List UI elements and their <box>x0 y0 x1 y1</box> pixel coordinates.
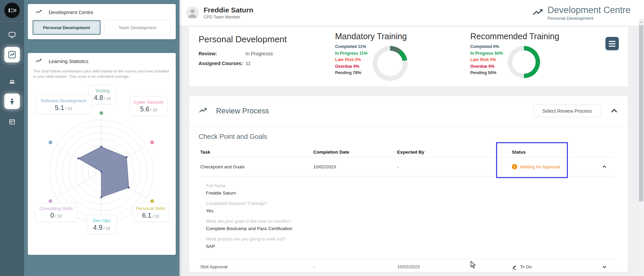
rail-divider <box>0 21 24 21</box>
trending-up-icon <box>35 8 42 16</box>
detail-pair: What projects are you going to seek out?… <box>206 236 614 249</box>
recommended-training-block: Recommended Training Completed 0%In Prog… <box>470 32 559 78</box>
hamburger-menu-button[interactable] <box>605 37 619 50</box>
checkpoint-and-goals-subtitle: Check Point and Goals <box>199 133 628 141</box>
overview-title: Personal Development <box>199 34 287 45</box>
mandatory-training-title: Mandatory Training <box>335 32 408 41</box>
assigned-courses-value: 11 <box>246 61 251 66</box>
table-row-checkpoint-and-goals[interactable]: Checkpoint and Goals 10/02/2023 - i Wait… <box>200 157 614 176</box>
col-completion-date: Completion Date <box>313 150 397 155</box>
detail-answer: Yes <box>206 208 614 213</box>
team-icon[interactable] <box>5 74 19 89</box>
row-expand-chevron-down-icon[interactable] <box>594 264 614 270</box>
tab-team-development[interactable]: Team Development <box>104 20 171 35</box>
trending-up-icon <box>532 6 543 19</box>
user-block: Freddie Saturn CPD Team Member <box>186 6 253 19</box>
pencil-icon <box>512 264 517 270</box>
skill-value: 0 <box>50 212 54 219</box>
dev-centre-card-title: Development Centre <box>49 10 93 15</box>
cell-expected-by: 10/02/2023 <box>397 264 512 269</box>
icon-rail <box>0 0 24 276</box>
presentation-icon[interactable] <box>5 27 19 42</box>
detail-answer: SAP <box>206 244 614 249</box>
cell-completion-date: 10/02/2023 <box>313 164 397 169</box>
training-legend-item: Overdue 0% <box>470 63 506 70</box>
status-text: Waiting for Approval <box>520 164 560 169</box>
user-name: Freddie Saturn <box>204 6 253 14</box>
checkpoint-details: Full Name Freddie Saturn Completed Requi… <box>200 176 614 259</box>
detail-pair: What are your goals in the next six mont… <box>206 219 614 231</box>
review-value: In Progresss <box>246 51 273 56</box>
info-icon: i <box>512 164 517 169</box>
tab-personal-development[interactable]: Personal Development <box>33 20 101 35</box>
learning-statistics-card: Learning Statistics The chart below summ… <box>28 53 176 255</box>
side-panel: Development Centre Personal Development … <box>24 0 179 276</box>
recommended-training-legend: Completed 0%In Progress 50%Late Risk 0%O… <box>470 44 506 78</box>
personal-development-overview-card: Personal Development Review: In Progress… <box>189 26 628 87</box>
row-collapse-chevron-up-icon[interactable] <box>594 164 614 170</box>
rail-divider <box>0 67 24 67</box>
brand-block: Development Centre Personal Development <box>532 5 631 21</box>
cell-expected-by: - <box>397 164 512 169</box>
scrollbar-thumb[interactable] <box>639 25 643 201</box>
cell-completion-date: - <box>313 264 397 269</box>
status-text: To Do <box>520 264 532 269</box>
review-process-card: Review Process Select Review Process Che… <box>189 96 628 272</box>
radar-label-cyber-security: Cyber Security 5.6/ 10 <box>130 96 167 116</box>
skill-name: Software Development <box>37 98 90 103</box>
development-centre-card: Development Centre Personal Development … <box>28 4 176 39</box>
skill-name: Testing <box>90 88 115 93</box>
col-status: Status <box>512 150 594 155</box>
app-logo-icon[interactable] <box>4 3 20 18</box>
review-process-table: Task Completion Date Expected By Status … <box>200 147 614 272</box>
training-legend-item: In Progress 50% <box>470 50 506 57</box>
donut-hole <box>377 51 403 76</box>
avatar <box>186 6 199 19</box>
page: Development Centre Personal Development … <box>0 0 644 276</box>
radar-label-personal-skills: Personal Skills 6.1/ 10 <box>133 203 168 222</box>
calendar-icon[interactable] <box>5 114 19 129</box>
select-review-process-button[interactable]: Select Review Process <box>533 105 601 117</box>
overview-fields: Review: In Progresss Assigned Courses: 1… <box>199 51 273 70</box>
training-legend-item: Late Risk 0% <box>470 57 506 63</box>
main-header: Freddie Saturn CPD Team Member Developme… <box>179 0 644 25</box>
app-subtitle: Personal Development <box>547 16 631 21</box>
status-badge: i Waiting for Approval <box>512 164 594 169</box>
cell-task: Skill Approval <box>200 264 313 269</box>
learning-statistics-description: The chart below summarizes your skills b… <box>33 68 171 79</box>
trending-up-icon <box>35 57 42 65</box>
radar-label-testing: Testing 4.8/ 10 <box>88 85 116 104</box>
mandatory-training-donut-chart <box>373 46 408 81</box>
donut-hole <box>512 50 536 74</box>
main-area: Freddie Saturn CPD Team Member Developme… <box>179 0 644 276</box>
skill-value: 5.6 <box>140 105 150 113</box>
skill-value: 4.9 <box>93 224 103 231</box>
detail-question: Completed Required Trainings? <box>206 201 614 206</box>
detail-question: What are your goals in the next six mont… <box>206 219 614 224</box>
collapse-section-chevron-up-icon[interactable] <box>610 107 619 115</box>
assigned-courses-label: Assigned Courses: <box>199 61 246 66</box>
status-badge: To Do <box>512 264 594 270</box>
review-label: Review: <box>199 51 246 56</box>
vertical-scrollbar[interactable]: ▲ <box>638 19 644 276</box>
training-legend-item: Overdue 0% <box>335 63 371 70</box>
training-legend-item: Pending 78% <box>335 70 371 76</box>
col-expected-by: Expected By <box>397 150 512 155</box>
review-process-header: Review Process Select Review Process <box>189 96 628 126</box>
skill-name: Cyber Security <box>131 100 166 105</box>
person-icon[interactable] <box>4 94 20 109</box>
skill-value: 4.8 <box>94 94 103 101</box>
training-legend-item: Completed 0% <box>470 44 506 50</box>
mandatory-training-legend: Completed 11%In Progress 11%Late Risk 0%… <box>335 44 371 81</box>
detail-question: What projects are you going to seek out? <box>206 236 614 241</box>
app-title: Development Centre <box>547 5 631 15</box>
development-centre-icon[interactable] <box>4 47 20 62</box>
table-row-skill-approval[interactable]: Skill Approval - 10/02/2023 To Do <box>200 259 614 272</box>
cell-task: Checkpoint and Goals <box>200 164 313 169</box>
user-role: CPD Team Member <box>204 15 253 19</box>
training-legend-item: Late Risk 0% <box>335 57 371 63</box>
scrollbar-up-arrow[interactable]: ▲ <box>638 19 644 24</box>
mandatory-training-block: Mandatory Training Completed 11%In Progr… <box>335 32 408 81</box>
skills-radar-chart: Testing 4.8/ 10 Cyber Security 5.6/ 10 P… <box>33 80 171 250</box>
training-legend-item: Pending 50% <box>470 70 506 76</box>
